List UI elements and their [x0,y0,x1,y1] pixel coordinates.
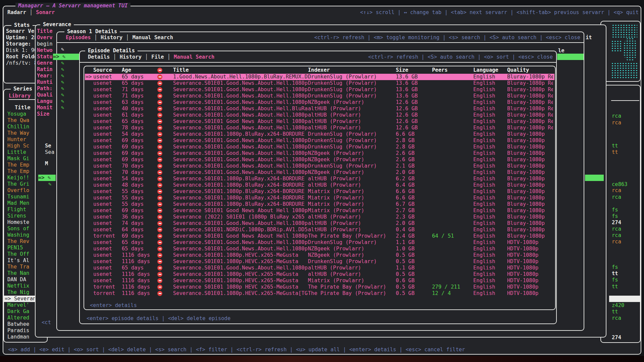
series-item[interactable]: The Rev [4,238,35,245]
tab-radarr[interactable]: Radarr [7,9,26,16]
series-item[interactable]: Altered [4,315,35,321]
series-item[interactable]: The Off [4,251,35,257]
rejected-icon [157,74,162,79]
series-item[interactable]: => Severan [4,296,35,302]
series-item[interactable]: The Qwa [4,117,35,124]
series-item[interactable]: Homeste [4,219,35,226]
release-row[interactable]: usenet64 daysSeverance.S01E01.NORDiC.108… [85,227,554,233]
series-item[interactable]: Chillin [4,124,35,130]
episode-tab-file[interactable]: File [151,54,164,60]
season-tab-episodes[interactable]: Episodes [66,35,91,41]
release-row[interactable]: usenet48 daysSeverance.S01E01.1080p.BluR… [85,182,554,188]
episode-tab-history[interactable]: History [120,54,142,60]
series-item[interactable]: High Sc [4,143,35,149]
release-row[interactable]: usenet65 daysSeverance.S01E01.Good.News.… [85,265,554,271]
release-row[interactable]: usenet69 daysSeverance.S01E01.Good.News.… [85,144,554,150]
release-row[interactable]: usenet1116 daysSeverance.S01E01.1080p.HE… [85,252,554,258]
release-row[interactable]: usenet54 daysSeverance.S01E01.1080p.BluR… [85,131,554,137]
episode-details-title: Episode Details [85,48,138,54]
release-row[interactable]: usenet71 daysSeverance.S01E01.Good.News.… [85,86,554,93]
series-item[interactable]: DAN DA [4,277,35,283]
release-row[interactable]: usenet1116 daysSeverance.S01E01.1080p.HE… [85,258,554,265]
release-row[interactable]: usenet55 daysSeverance.S01E01.1080p.BluR… [85,188,554,195]
release-row[interactable]: usenet69 daysSeverance S01E01 Good News … [85,207,554,214]
release-row[interactable]: usenet78 daysSeverance.S01E01.Good.News.… [85,125,554,131]
series-item[interactable]: PEN15 [4,245,35,251]
release-row[interactable]: usenet70 daysSeverance.S01E01.Good.News.… [85,163,554,169]
release-row[interactable]: usenet65 daysSeverance.S01E01.Good.News.… [85,239,554,246]
release-row[interactable]: usenet63 daysSeverance.S01E01.Good.News.… [85,99,554,106]
series-item[interactable]: Landman [4,334,35,340]
series-item[interactable]: Overflo [4,187,35,194]
release-row[interactable]: torrent69 daysSeverance S01E01 Good News… [85,233,554,239]
release-row[interactable]: usenet65 daysSeverance.S01E01 Good News … [85,118,554,125]
release-row[interactable]: usenet69 daysSeverance.S01E01.Good.News.… [85,157,554,163]
release-row[interactable]: =>usenet65 days1.Good.News.About.Hell.10… [85,74,554,80]
release-row[interactable]: usenet74 daysSeverance.S01E01.Good.News.… [85,220,554,227]
rejected-icon [157,106,162,111]
release-row[interactable]: usenet55 daysSeverance.S01E01.1080p.BluR… [85,201,554,207]
series-item[interactable]: The Nig [4,289,35,296]
series-item[interactable]: It's Al [4,257,35,264]
series-item[interactable]: The Gri [4,181,35,187]
rejected-icon [157,285,162,290]
release-row[interactable]: usenet40 daysSeverance.S01E01.Good.News.… [85,106,554,112]
series-item[interactable]: Sirens [4,213,35,219]
series-item[interactable]: Marvel' [4,302,35,308]
season-tab-history[interactable]: History [101,35,122,41]
release-table-rows[interactable]: =>usenet65 days1.Good.News.About.Hell.10… [85,74,554,297]
rejected-icon [157,81,162,86]
series-item[interactable]: Sons of [4,226,35,232]
series-item[interactable]: Mask Gi [4,156,35,162]
severance-title: Severance [40,21,74,28]
release-row[interactable]: usenet70 daysSeverance.S01E01.Good.News.… [85,169,554,176]
severance-field-label: Overv [37,35,56,41]
series-item[interactable]: Batwhee [4,321,35,327]
tab-library[interactable]: Library │ [9,93,37,99]
background-fragment: rca [612,194,639,200]
release-row[interactable]: usenet61 daysSeverance.S01E01.Good.News.… [85,112,554,118]
release-row[interactable]: usenet54 daysSeverance.S01E01.1080p.BluR… [85,176,554,182]
seasons-fragment: Sea [45,149,54,156]
release-row[interactable]: usenet71 daysSeverance.S01E01.Good.News.… [85,93,554,99]
series-item[interactable]: The Emp [4,162,35,168]
stats-line: /nfs/tv: 8 [6,60,36,66]
series-item[interactable]: Mad Men [4,200,35,206]
series-item[interactable]: Little [4,149,35,156]
season-selected-row[interactable]: => ✎ [38,175,56,181]
series-item[interactable]: The Emp [4,168,35,175]
series-item[interactable]: Yosuga [4,111,35,117]
severance-field-label: Path: [37,85,56,92]
series-item[interactable]: Paradis [4,327,35,334]
release-row[interactable]: usenet1116 daysSeverance.S01E01.1080p.HE… [85,278,554,284]
series-item[interactable]: Hunter [4,136,35,143]
series-item[interactable]: The Tra [4,264,35,270]
episode-selected-row[interactable]: => ✎ [53,54,79,60]
desktop-strip [0,356,644,362]
episode-tab-manual-search[interactable]: Manual Search [174,54,214,60]
release-row[interactable]: usenet1116 daysSeverance.S01E01.1080p.HE… [85,271,554,278]
series-item[interactable]: The Nan [4,270,35,277]
series-item[interactable]: Netflix [4,283,35,289]
tab-sonarr[interactable]: Sonarr [36,9,55,16]
release-row[interactable]: usenet65 daysSeverance.S01E01.Good.News.… [85,246,554,252]
series-item[interactable]: Flight [4,206,35,213]
stats-lines: Sonarr VerUptime: 28Storage:Disk 1: 90Ro… [6,28,36,66]
release-row[interactable]: torrent1116 daysSeverance.S01E01.1080p.H… [85,290,554,297]
release-row[interactable]: usenet69 daysSeverance.S01E01.Good.News.… [85,150,554,157]
series-item[interactable]: Keijo!! [4,175,35,181]
sonarr-logo-dots-icon [611,40,621,52]
background-fragment: fs [612,207,639,213]
season-tab-manual-search[interactable]: Manual Search [132,35,173,41]
release-row[interactable]: torrent1116 daysSeverance S01E01 1080p H… [85,284,554,290]
release-row[interactable]: usenet65 daysSeverance.S01E01.Good.News.… [85,80,554,86]
release-row[interactable]: usenet36 daysSeverance (2022) S01E01 (10… [85,214,554,220]
release-row[interactable]: usenet69 daysSeverance.S01E01.Good.News.… [85,137,554,144]
series-item[interactable]: The Way [4,130,35,136]
series-item[interactable]: Tsunami [4,194,35,200]
background-fragment: rca [612,120,639,126]
series-item[interactable]: Dark Ga [4,308,35,315]
series-item[interactable]: Washing [4,232,35,238]
release-row[interactable]: usenet55 daysSeverance.S01E01.1080p.BluR… [85,195,554,201]
episode-tab-details[interactable]: Details [88,54,110,60]
